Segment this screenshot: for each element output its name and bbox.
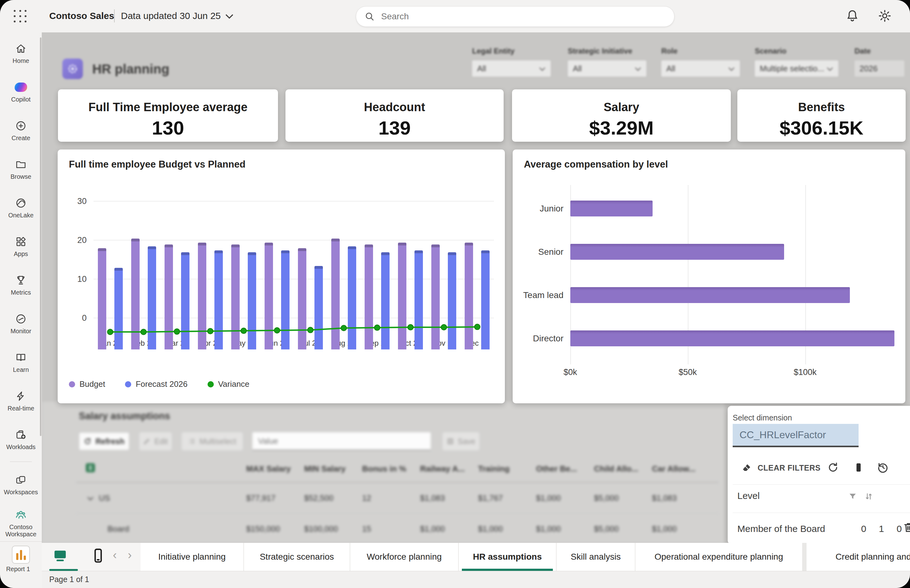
sidebar-item-metrics[interactable]: Metrics bbox=[0, 265, 42, 304]
bar-forecast-2026[interactable] bbox=[348, 246, 356, 349]
sidebar-item-monitor[interactable]: Monitor bbox=[0, 304, 42, 342]
prev-page-button[interactable]: ‹ bbox=[113, 548, 117, 562]
bar-budget[interactable] bbox=[131, 239, 139, 349]
legend-item-variance[interactable]: Variance bbox=[207, 379, 249, 389]
notifications-bell-icon[interactable] bbox=[845, 9, 860, 24]
filter-dropdown-role[interactable]: All bbox=[661, 60, 740, 77]
value-input[interactable] bbox=[253, 432, 431, 450]
bar-forecast-2026[interactable] bbox=[114, 268, 123, 349]
sidebar-scrollbar[interactable] bbox=[40, 37, 41, 436]
search-box[interactable] bbox=[356, 6, 674, 27]
next-page-button[interactable]: › bbox=[128, 548, 132, 562]
hbar-x-axis: $0k$50k$100k bbox=[570, 367, 899, 380]
bar-budget[interactable] bbox=[398, 242, 406, 349]
bar-forecast-2026[interactable] bbox=[448, 252, 456, 349]
bar-forecast-2026[interactable] bbox=[314, 266, 323, 349]
workloads-icon bbox=[15, 429, 27, 441]
mobile-view-button[interactable] bbox=[89, 547, 109, 567]
sidebar-item-apps[interactable]: Apps bbox=[0, 227, 42, 265]
dimension-row-level[interactable]: Level bbox=[737, 491, 760, 501]
sidebar-item-copilot[interactable]: Copilot bbox=[0, 72, 42, 111]
bar-budget[interactable] bbox=[198, 242, 206, 349]
bar-budget[interactable] bbox=[364, 244, 373, 349]
filter-funnel-icon[interactable] bbox=[848, 492, 857, 501]
tab-initiative-planning[interactable]: Initiative planning bbox=[141, 543, 243, 571]
filter-dropdown-legal-entity[interactable]: All bbox=[472, 60, 551, 77]
bar-budget[interactable] bbox=[98, 248, 106, 349]
column-header-bonus-in-[interactable]: Bonus in % bbox=[362, 464, 420, 474]
bar-forecast-2026[interactable] bbox=[148, 246, 156, 349]
dimension-row-member-of-the-board[interactable]: Member of the Board bbox=[737, 523, 825, 534]
tab-workforce-planning[interactable]: Workforce planning bbox=[350, 543, 458, 571]
sidebar-item-report-1[interactable]: Report 1 bbox=[0, 546, 42, 573]
column-header-railway-a-[interactable]: Railway A... bbox=[420, 464, 478, 474]
legend-item-budget[interactable]: Budget bbox=[69, 379, 105, 389]
table-row-board[interactable]: Board$150,000$100,00015$1,000$1,000$1,00… bbox=[76, 514, 718, 544]
clear-filters-button[interactable]: CLEAR FILTERS bbox=[742, 462, 821, 473]
tab-hr-assumptions[interactable]: HR assumptions bbox=[459, 543, 556, 571]
cell: $1,000 bbox=[536, 524, 594, 534]
settings-gear-icon[interactable] bbox=[878, 9, 892, 24]
sidebar-item-onelake[interactable]: OneLake bbox=[0, 188, 42, 227]
column-header-max-salary[interactable]: MAX Salary bbox=[246, 464, 304, 474]
filter-dropdown-date[interactable]: 2026 bbox=[855, 60, 904, 77]
bar-budget[interactable] bbox=[298, 248, 306, 349]
column-header-other-be-[interactable]: Other Be... bbox=[536, 464, 594, 474]
sidebar-item-home[interactable]: Home bbox=[0, 34, 42, 72]
bar-forecast-2026[interactable] bbox=[214, 250, 223, 349]
sort-icon[interactable] bbox=[864, 492, 874, 501]
tab-skill-analysis[interactable]: Skill analysis bbox=[557, 543, 635, 571]
bar-budget[interactable] bbox=[265, 242, 273, 349]
bar-junior[interactable] bbox=[570, 200, 653, 216]
bar-senior[interactable] bbox=[570, 244, 784, 260]
bar-budget[interactable] bbox=[431, 244, 440, 349]
sidebar-item-workspaces[interactable]: Workspaces bbox=[0, 465, 42, 504]
field-list-button[interactable] bbox=[852, 461, 866, 475]
data-updated-label[interactable]: Data updated 30 Jun 25 bbox=[121, 11, 221, 21]
chevron-down-icon[interactable] bbox=[87, 493, 94, 503]
sidebar-item-real-time[interactable]: Real-time bbox=[0, 381, 42, 420]
bar-forecast-2026[interactable] bbox=[381, 252, 390, 349]
column-header-car-allow-[interactable]: Car Allow... bbox=[652, 464, 710, 474]
bar-budget[interactable] bbox=[165, 244, 173, 349]
dimension-input[interactable]: CC_HRLevelFactor bbox=[733, 424, 858, 446]
filter-dropdown-strategic-initiative[interactable]: All bbox=[568, 60, 646, 77]
sidebar-item-browse[interactable]: Browse bbox=[0, 150, 42, 188]
workspace-title[interactable]: Contoso Sales bbox=[49, 11, 114, 21]
search-input[interactable] bbox=[381, 11, 650, 22]
bar-director[interactable] bbox=[570, 330, 894, 346]
sidebar-item-workloads[interactable]: Workloads bbox=[0, 420, 42, 459]
chevron-down-icon[interactable] bbox=[225, 14, 234, 21]
bar-budget[interactable] bbox=[465, 242, 473, 349]
sidebar-item-create[interactable]: Create bbox=[0, 111, 42, 150]
sidebar-item-contoso-workspace[interactable]: Contoso Workspace bbox=[0, 504, 42, 542]
save-button[interactable]: Save bbox=[442, 432, 479, 450]
edit-button[interactable]: Edit bbox=[139, 432, 172, 450]
column-header-child-allo-[interactable]: Child Allo... bbox=[594, 464, 652, 474]
tab-strategic-scenarios[interactable]: Strategic scenarios bbox=[244, 543, 350, 571]
legend-item-forecast-2026[interactable]: Forecast 2026 bbox=[125, 379, 187, 389]
column-header-training[interactable]: Training bbox=[478, 464, 536, 474]
history-button[interactable] bbox=[877, 461, 891, 475]
app-launcher-icon[interactable] bbox=[14, 10, 28, 23]
bar-budget[interactable] bbox=[331, 239, 340, 349]
column-header-min-salary[interactable]: MIN Salary bbox=[304, 464, 362, 474]
legend-dot bbox=[125, 381, 131, 388]
tab-operational-expenditure-planning[interactable]: Operational expenditure planning bbox=[635, 543, 802, 571]
desktop-view-button[interactable] bbox=[50, 547, 70, 567]
bar-forecast-2026[interactable] bbox=[281, 250, 290, 349]
bar-budget[interactable] bbox=[231, 244, 240, 349]
refresh-filters-button[interactable] bbox=[827, 461, 840, 475]
bar-forecast-2026[interactable] bbox=[181, 252, 189, 349]
bar-forecast-2026[interactable] bbox=[481, 250, 490, 349]
refresh-button[interactable]: Refresh bbox=[79, 432, 130, 450]
delete-row-button[interactable] bbox=[902, 521, 910, 535]
sidebar-item-learn[interactable]: Learn bbox=[0, 342, 42, 381]
table-row-us[interactable]: US$77,917$52,50012$1,083$1,767$1,000$5,0… bbox=[76, 483, 718, 514]
tab-credit-planning-and-ca[interactable]: Credit planning and ca bbox=[806, 543, 910, 571]
bar-team-lead[interactable] bbox=[570, 287, 850, 303]
bar-forecast-2026[interactable] bbox=[415, 250, 423, 349]
filter-dropdown-scenario[interactable]: Multiple selectio... bbox=[755, 60, 838, 77]
multiselect-button[interactable]: Multiselect bbox=[182, 432, 243, 450]
bar-forecast-2026[interactable] bbox=[248, 252, 256, 349]
